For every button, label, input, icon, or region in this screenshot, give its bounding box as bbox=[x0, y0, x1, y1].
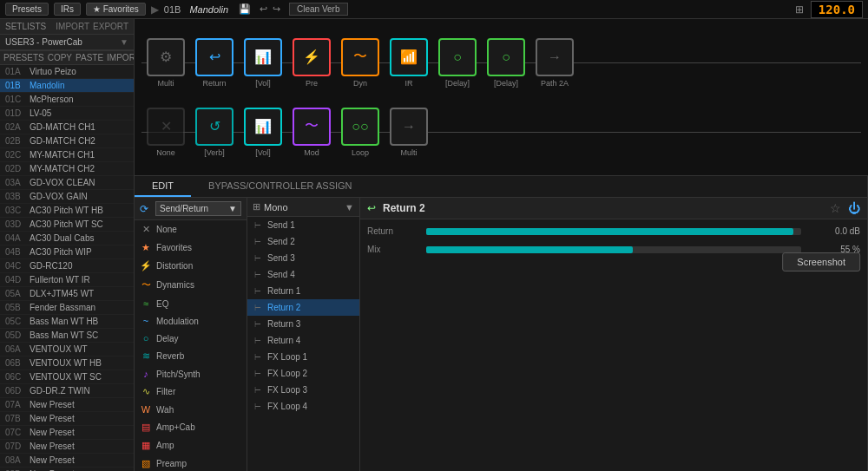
power-icon[interactable]: ⏻ bbox=[848, 201, 860, 215]
chain-icon: ○○ bbox=[341, 108, 379, 146]
routing-item[interactable]: ⊢Send 3 bbox=[247, 250, 359, 266]
preset-item[interactable]: 04AAC30 Dual Cabs bbox=[0, 232, 134, 245]
chain-label: None bbox=[156, 148, 175, 157]
preset-item[interactable]: 02CMY-MATCH CH1 bbox=[0, 148, 134, 162]
irs-btn[interactable]: IRs bbox=[54, 3, 81, 16]
fx-list-item[interactable]: ≈EQ bbox=[135, 295, 247, 312]
tab-edit[interactable]: EDIT bbox=[135, 176, 191, 197]
chain-block[interactable]: 〜 Dyn bbox=[341, 38, 379, 88]
routing-item[interactable]: ⊢FX Loop 4 bbox=[247, 398, 359, 415]
routing-item-icon: ⊢ bbox=[254, 254, 263, 263]
fx-list-item[interactable]: 〜Dynamics bbox=[135, 275, 247, 295]
user-select[interactable]: USER3 - PowerCab ▼ bbox=[0, 35, 134, 50]
preset-item[interactable]: 04CGD-RC120 bbox=[0, 259, 134, 273]
screenshot-button[interactable]: Screenshot bbox=[782, 252, 860, 271]
chain-block[interactable]: ○○ Loop bbox=[341, 108, 379, 157]
param-slider[interactable] bbox=[426, 246, 801, 253]
chain-block[interactable]: 📊 [Vol] bbox=[244, 108, 282, 157]
preset-item[interactable]: 01CMcPherson bbox=[0, 93, 134, 107]
fx-list-item[interactable]: WWah bbox=[135, 401, 247, 418]
routing-item[interactable]: ⊢Send 1 bbox=[247, 217, 359, 233]
grid-layout-icon[interactable]: ⊞ bbox=[253, 201, 260, 213]
fx-list-item[interactable]: ≋Reverb bbox=[135, 347, 247, 365]
chain-block[interactable]: ↩ Return bbox=[195, 38, 233, 88]
preset-item[interactable]: 03BGD-VOX GAIN bbox=[0, 190, 134, 204]
fx-list-item[interactable]: ○Delay bbox=[135, 330, 247, 347]
chain-block[interactable]: ✕ None bbox=[147, 108, 185, 157]
chain-block[interactable]: ⚙ Multi bbox=[147, 38, 185, 88]
preset-item[interactable]: 02DMY-MATCH CH2 bbox=[0, 162, 134, 176]
preset-item[interactable]: 03CAC30 Pitch WT HB bbox=[0, 204, 134, 218]
undo-icon[interactable]: ↩ bbox=[260, 3, 267, 15]
preset-item[interactable]: 06AVENTOUX WT bbox=[0, 343, 134, 357]
chain-block[interactable]: 〜 Mod bbox=[293, 108, 331, 157]
favorites-btn[interactable]: ★ Favorites bbox=[86, 3, 146, 16]
chain-block[interactable]: → Path 2A bbox=[536, 38, 574, 88]
preset-item[interactable]: 04BAC30 Pitch WIP bbox=[0, 245, 134, 259]
chain-block[interactable]: → Multi bbox=[390, 108, 428, 157]
chain-block[interactable]: ↺ [Verb] bbox=[195, 108, 233, 157]
preset-item[interactable]: 05CBass Man WT HB bbox=[0, 315, 134, 329]
fx-list-item[interactable]: ~Modulation bbox=[135, 312, 247, 330]
preset-item[interactable]: 03DAC30 Pitch WT SC bbox=[0, 218, 134, 232]
routing-item[interactable]: ⊢Return 1 bbox=[247, 283, 359, 299]
chain-block[interactable]: 📶 IR bbox=[390, 38, 428, 88]
param-slider[interactable] bbox=[426, 228, 801, 235]
preset-item[interactable]: 05BFender Bassman bbox=[0, 301, 134, 315]
routing-item[interactable]: ⊢FX Loop 1 bbox=[247, 349, 359, 365]
routing-item-icon: ⊢ bbox=[254, 271, 263, 279]
fx-list-item[interactable]: ★Favorites bbox=[135, 239, 247, 257]
preset-item[interactable]: 06BVENTOUX WT HB bbox=[0, 357, 134, 370]
chain-block[interactable]: 📊 [Vol] bbox=[244, 38, 282, 88]
chain-block[interactable]: ○ [Delay] bbox=[438, 38, 477, 88]
preset-item[interactable]: 01BMandolin bbox=[0, 79, 134, 93]
chain-block[interactable]: ⚡ Pre bbox=[293, 38, 331, 88]
copy-btn[interactable]: COPY bbox=[48, 53, 72, 62]
fx-item-label: Modulation bbox=[156, 317, 199, 326]
preset-item[interactable]: 08ANew Preset bbox=[0, 454, 134, 468]
routing-item[interactable]: ⊢Send 4 bbox=[247, 266, 359, 283]
preset-item[interactable]: 01AVirtuo Peizo bbox=[0, 65, 134, 79]
tab-bypass[interactable]: BYPASS/CONTROLLER ASSIGN bbox=[191, 176, 369, 197]
routing-item[interactable]: ⊢Send 2 bbox=[247, 233, 359, 250]
fx-list-item[interactable]: ✕None bbox=[135, 220, 247, 239]
preset-item[interactable]: 06CVENTOUX WT SC bbox=[0, 370, 134, 384]
redo-icon[interactable]: ↪ bbox=[273, 3, 280, 15]
preset-item[interactable]: 02AGD-MATCH CH1 bbox=[0, 121, 134, 134]
export-setlist-btn[interactable]: EXPORT bbox=[93, 22, 128, 31]
routing-item[interactable]: ⊢FX Loop 3 bbox=[247, 382, 359, 398]
fx-list-item[interactable]: ▦Amp bbox=[135, 436, 247, 455]
routing-item[interactable]: ⊢Return 3 bbox=[247, 316, 359, 332]
import-setlist-btn[interactable]: IMPORT bbox=[56, 22, 89, 31]
preset-item[interactable]: 07DNew Preset bbox=[0, 440, 134, 454]
routing-item[interactable]: ⊢FX Loop 2 bbox=[247, 365, 359, 382]
chain-block[interactable]: ○ [Delay] bbox=[487, 38, 525, 88]
routing-item[interactable]: ⊢Return 2 bbox=[247, 299, 359, 316]
preset-item[interactable]: 07ANew Preset bbox=[0, 398, 134, 412]
preset-item[interactable]: 08BNew Preset bbox=[0, 468, 134, 471]
preset-item[interactable]: 06DGD-DR.Z TWIN bbox=[0, 384, 134, 398]
fx-dropdown[interactable]: Send/Return ▼ bbox=[155, 201, 241, 216]
fx-list-item[interactable]: ▧Preamp bbox=[135, 455, 247, 471]
preset-item[interactable]: 05DBass Man WT SC bbox=[0, 329, 134, 343]
routing-item[interactable]: ⊢Return 4 bbox=[247, 332, 359, 349]
preset-item[interactable]: 04DFullerton WT IR bbox=[0, 273, 134, 287]
routing-item-label: Return 2 bbox=[267, 303, 300, 312]
preset-item[interactable]: 07BNew Preset bbox=[0, 412, 134, 426]
fx-list-item[interactable]: ∿Filter bbox=[135, 383, 247, 401]
preset-item[interactable]: 05ADLX+JTM45 WT bbox=[0, 287, 134, 301]
chain-row-1: ⚙ Multi ↩ Return 📊 [Vol] ⚡ Pre 〜 Dyn 📶 I… bbox=[141, 28, 861, 97]
fx-list-item[interactable]: ♪Pitch/Synth bbox=[135, 365, 247, 383]
preset-item[interactable]: 02BGD-MATCH CH2 bbox=[0, 134, 134, 148]
presets-btn[interactable]: Presets bbox=[5, 3, 49, 16]
grid-icon[interactable]: ⊞ bbox=[795, 3, 804, 16]
preset-item[interactable]: 01DLV-05 bbox=[0, 107, 134, 121]
fx-list-item[interactable]: ⚡Distortion bbox=[135, 257, 247, 275]
paste-btn[interactable]: PASTE bbox=[76, 53, 103, 62]
routing-item-icon: ⊢ bbox=[254, 221, 263, 230]
fx-list-item[interactable]: ▤Amp+Cab bbox=[135, 418, 247, 436]
preset-item[interactable]: 07CNew Preset bbox=[0, 426, 134, 440]
import-presets-btn[interactable]: IMPORT bbox=[107, 53, 134, 62]
preset-item[interactable]: 03AGD-VOX CLEAN bbox=[0, 176, 134, 190]
star-icon[interactable]: ☆ bbox=[830, 201, 841, 215]
